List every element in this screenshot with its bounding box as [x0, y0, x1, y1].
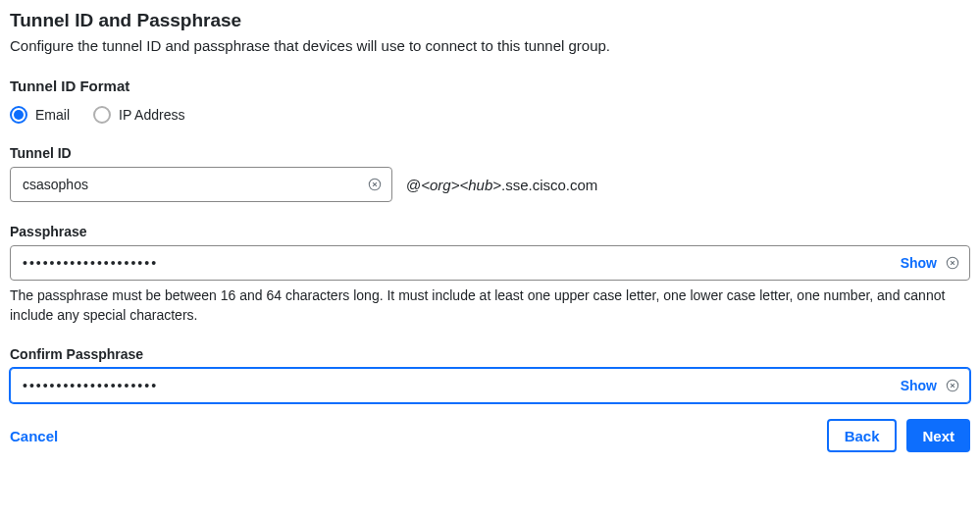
- radio-email-label: Email: [35, 107, 70, 123]
- passphrase-show-button[interactable]: Show: [901, 255, 937, 271]
- next-button[interactable]: Next: [906, 419, 970, 452]
- footer: Cancel Back Next: [10, 419, 970, 452]
- confirm-passphrase-label: Confirm Passphrase: [10, 346, 970, 362]
- radio-icon-selected: [10, 106, 27, 124]
- page-description: Configure the tunnel ID and passphrase t…: [10, 37, 970, 54]
- confirm-passphrase-input[interactable]: [10, 368, 970, 403]
- radio-icon-unselected: [93, 106, 111, 124]
- confirm-show-button[interactable]: Show: [901, 378, 937, 393]
- tunnel-id-input[interactable]: [10, 167, 392, 202]
- tunnel-id-suffix: @<org><hub>.sse.cisco.com: [406, 177, 597, 193]
- tunnel-id-format-group: Email IP Address: [10, 106, 970, 124]
- passphrase-help-text: The passphrase must be between 16 and 64…: [10, 286, 970, 325]
- tunnel-id-row: @<org><hub>.sse.cisco.com: [10, 167, 970, 202]
- confirm-passphrase-input-wrap: Show: [10, 368, 970, 403]
- back-button[interactable]: Back: [827, 419, 898, 452]
- passphrase-input[interactable]: [10, 245, 970, 281]
- tunnel-id-label: Tunnel ID: [10, 145, 970, 161]
- passphrase-input-wrap: Show: [10, 245, 970, 281]
- clear-icon[interactable]: [367, 177, 383, 192]
- clear-icon[interactable]: [945, 378, 960, 393]
- cancel-button[interactable]: Cancel: [10, 428, 58, 444]
- tunnel-id-format-label: Tunnel ID Format: [10, 78, 970, 94]
- radio-email[interactable]: Email: [10, 106, 70, 124]
- footer-right: Back Next: [827, 419, 970, 452]
- passphrase-label: Passphrase: [10, 224, 970, 239]
- clear-icon[interactable]: [945, 255, 960, 271]
- tunnel-id-input-wrap: [10, 167, 392, 202]
- radio-ip-address[interactable]: IP Address: [93, 106, 184, 124]
- radio-ip-label: IP Address: [119, 107, 184, 123]
- page-title: Tunnel ID and Passphrase: [10, 10, 970, 31]
